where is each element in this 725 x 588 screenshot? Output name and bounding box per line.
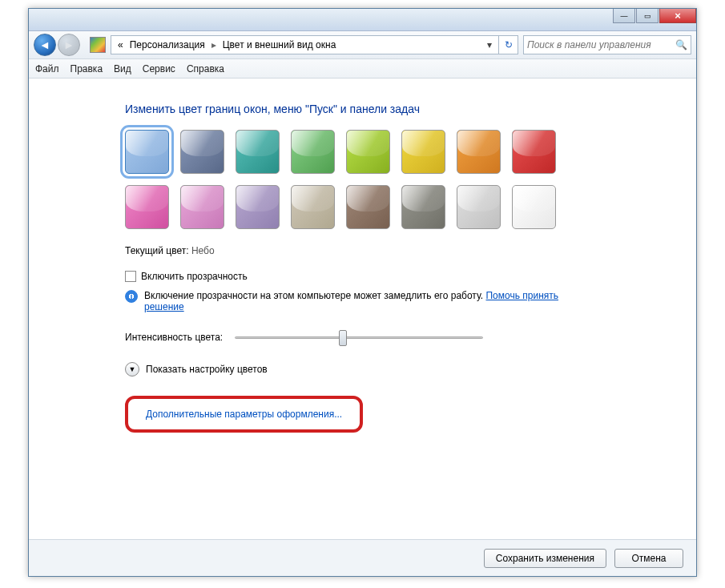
color-swatch-taupe[interactable] (291, 185, 335, 229)
expand-row: ▼ Показать настройку цветов (125, 362, 696, 377)
color-swatches (125, 130, 606, 240)
color-swatch-pumpkin[interactable] (457, 130, 501, 174)
explorer-window: — ▭ × ◄ ► « Персонализация ▸ Цвет и внеш… (28, 8, 697, 577)
slider-thumb[interactable] (339, 330, 347, 346)
expand-label: Показать настройку цветов (146, 364, 268, 375)
menu-file[interactable]: Файл (35, 63, 59, 75)
intensity-slider[interactable] (235, 328, 483, 346)
breadcrumb[interactable]: « Персонализация ▸ Цвет и внешний вид ок… (111, 35, 499, 54)
breadcrumb-prefix: « (115, 39, 127, 50)
transparency-checkbox[interactable] (125, 271, 136, 282)
menu-tools[interactable]: Сервис (143, 63, 175, 75)
arrow-left-icon: ◄ (39, 38, 50, 51)
minimize-button[interactable]: — (613, 9, 635, 23)
color-swatch-slate[interactable] (401, 185, 445, 229)
slider-track (235, 336, 483, 339)
current-color-row: Текущий цвет: Небо (125, 245, 696, 256)
color-swatch-snow[interactable] (512, 185, 556, 229)
menu-view[interactable]: Вид (114, 63, 131, 75)
breadcrumb-personalization[interactable]: Персонализация (127, 39, 208, 50)
color-swatch-sea[interactable] (236, 130, 280, 174)
intensity-row: Интенсивность цвета: (125, 328, 696, 346)
color-swatch-chocolate[interactable] (346, 185, 390, 229)
page-title: Изменить цвет границ окон, меню "Пуск" и… (125, 103, 696, 115)
transparency-info-row: i Включение прозрачности на этом компьют… (125, 290, 574, 312)
advanced-appearance-link[interactable]: Дополнительные параметры оформления... (146, 409, 342, 420)
current-color-value: Небо (191, 245, 215, 256)
footer: Сохранить изменения Отмена (29, 539, 696, 576)
refresh-button[interactable]: ↻ (499, 35, 518, 54)
close-button[interactable]: × (659, 9, 696, 23)
color-swatch-lavender[interactable] (236, 185, 280, 229)
breadcrumb-color[interactable]: Цвет и внешний вид окна (220, 39, 340, 50)
info-icon: i (125, 290, 138, 303)
intensity-label: Интенсивность цвета: (125, 332, 223, 343)
search-box[interactable]: 🔍 (523, 35, 691, 54)
color-swatch-violet[interactable] (180, 185, 224, 229)
color-swatch-lime[interactable] (346, 130, 390, 174)
back-button[interactable]: ◄ (34, 34, 56, 56)
menu-edit[interactable]: Правка (70, 63, 103, 75)
color-swatch-leaf[interactable] (291, 130, 335, 174)
color-swatch-frost[interactable] (457, 185, 501, 229)
search-input[interactable] (527, 39, 675, 50)
cancel-button[interactable]: Отмена (614, 549, 683, 568)
color-swatch-ruby[interactable] (512, 130, 556, 174)
current-color-label: Текущий цвет: (125, 245, 189, 256)
advanced-highlight: Дополнительные параметры оформления... (125, 396, 363, 433)
chevron-down-icon: ▼ (129, 365, 136, 373)
expand-button[interactable]: ▼ (125, 362, 139, 377)
color-swatch-twilight[interactable] (180, 130, 224, 174)
chevron-right-icon: ▸ (211, 39, 216, 50)
color-swatch-sun[interactable] (401, 130, 445, 174)
menubar: Файл Правка Вид Сервис Справка (29, 59, 696, 79)
arrow-right-icon: ► (63, 38, 75, 51)
forward-button[interactable]: ► (58, 34, 80, 56)
color-swatch-fuchsia[interactable] (125, 185, 169, 229)
search-icon[interactable]: 🔍 (675, 39, 687, 50)
transparency-label: Включить прозрачность (141, 271, 248, 282)
save-button[interactable]: Сохранить изменения (484, 549, 606, 568)
maximize-button[interactable]: ▭ (636, 9, 659, 23)
titlebar: — ▭ × (29, 9, 696, 31)
transparency-row: Включить прозрачность (125, 271, 696, 282)
refresh-icon: ↻ (505, 39, 513, 50)
content-area: Изменить цвет границ окон, меню "Пуск" и… (29, 79, 696, 433)
control-panel-icon (90, 37, 106, 53)
color-swatch-sky[interactable] (125, 130, 169, 174)
breadcrumb-dropdown-icon[interactable]: ▾ (484, 39, 495, 50)
navbar: ◄ ► « Персонализация ▸ Цвет и внешний ви… (29, 31, 696, 59)
transparency-info-text: Включение прозрачности на этом компьютер… (144, 290, 483, 301)
menu-help[interactable]: Справка (187, 63, 224, 75)
